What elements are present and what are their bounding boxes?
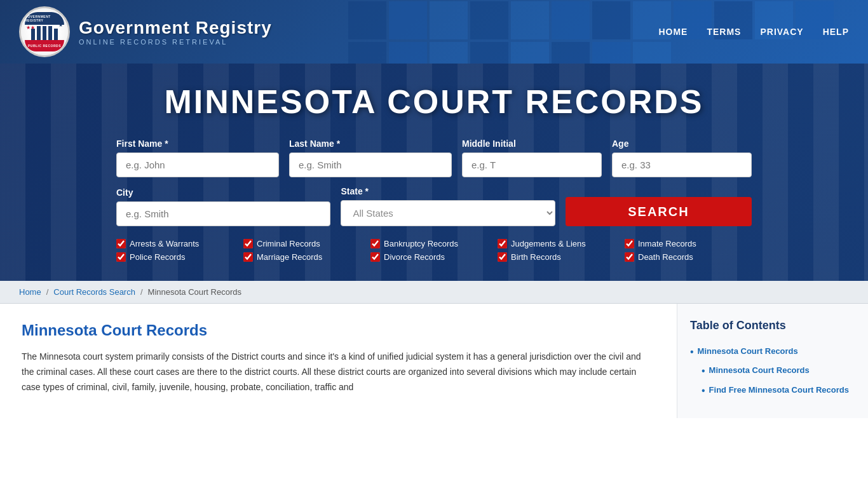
search-form: First Name * Last Name * Middle Initial …	[116, 139, 752, 235]
record-type-checkboxes: Arrests & Warrants Police Records Crimin…	[116, 239, 752, 262]
toc-item-2: • Minnesota Court Records	[690, 364, 855, 378]
middle-initial-group: Middle Initial	[462, 139, 602, 177]
logo-icon: Government Registry Public Records ★★ ★	[19, 6, 70, 57]
checkbox-inmate[interactable]: Inmate Records	[625, 239, 752, 248]
site-subtitle: Online Records Retrieval	[79, 38, 272, 46]
state-select[interactable]: All States Minnesota Alabama Alaska	[341, 200, 555, 226]
breadcrumb-home[interactable]: Home	[19, 287, 41, 297]
breadcrumb-current: Minnesota Court Records	[148, 287, 241, 297]
nav-help[interactable]: HELP	[823, 27, 849, 37]
main-content: Minnesota Court Records The Minnesota co…	[0, 304, 677, 418]
checkbox-col-1: Arrests & Warrants Police Records	[116, 239, 243, 262]
checkbox-col-5: Inmate Records Death Records	[625, 239, 752, 262]
checkbox-bankruptcy-input[interactable]	[370, 239, 380, 248]
age-group: Age	[612, 139, 752, 177]
nav-terms[interactable]: TERMS	[707, 27, 741, 37]
breadcrumb: Home / Court Records Search / Minnesota …	[0, 281, 868, 304]
checkbox-criminal[interactable]: Criminal Records	[243, 239, 370, 248]
checkbox-police[interactable]: Police Records	[116, 252, 243, 262]
toc-link-3[interactable]: Find Free Minnesota Court Records	[709, 384, 849, 396]
sidebar: Table of Contents • Minnesota Court Reco…	[677, 304, 868, 418]
city-group: City	[116, 187, 330, 226]
checkbox-criminal-input[interactable]	[243, 239, 253, 248]
site-header: Government Registry Public Records ★★ ★ …	[0, 0, 868, 64]
toc-list: • Minnesota Court Records • Minnesota Co…	[690, 345, 855, 398]
checkbox-judgements-input[interactable]	[498, 239, 507, 248]
toc-item-1: • Minnesota Court Records	[690, 345, 855, 359]
checkbox-criminal-label: Criminal Records	[257, 239, 320, 248]
breadcrumb-sep-2: /	[140, 287, 143, 297]
checkbox-marriage[interactable]: Marriage Records	[243, 252, 370, 262]
checkbox-arrests-input[interactable]	[116, 239, 126, 248]
checkbox-police-label: Police Records	[130, 252, 185, 262]
middle-initial-input[interactable]	[462, 152, 602, 177]
toc-item-3: • Find Free Minnesota Court Records	[690, 384, 855, 398]
checkbox-divorce-label: Divorce Records	[384, 252, 445, 262]
checkbox-inmate-label: Inmate Records	[638, 239, 696, 248]
checkbox-arrests-label: Arrests & Warrants	[130, 239, 199, 248]
search-button[interactable]: SEARCH	[566, 197, 752, 226]
checkbox-inmate-input[interactable]	[625, 239, 634, 248]
checkbox-judgements[interactable]: Judgements & Liens	[498, 239, 625, 248]
main-body-text: The Minnesota court system primarily con…	[22, 349, 655, 395]
toc-link-1[interactable]: Minnesota Court Records	[698, 345, 798, 358]
checkbox-death-label: Death Records	[638, 252, 693, 262]
toc-link-2[interactable]: Minnesota Court Records	[709, 364, 810, 377]
last-name-label: Last Name *	[289, 139, 452, 149]
checkbox-marriage-input[interactable]	[243, 252, 253, 262]
middle-initial-label: Middle Initial	[462, 139, 602, 149]
site-title: Government Registry	[79, 18, 272, 38]
last-name-input[interactable]	[289, 152, 452, 177]
nav-privacy[interactable]: PRIVACY	[760, 27, 803, 37]
state-group: State * All States Minnesota Alabama Ala…	[341, 186, 555, 226]
city-input[interactable]	[116, 201, 330, 226]
first-name-input[interactable]	[116, 152, 279, 177]
logo-text-area: Government Registry Online Records Retri…	[79, 18, 272, 46]
toc-heading: Table of Contents	[690, 319, 855, 336]
content-area: Minnesota Court Records The Minnesota co…	[0, 304, 868, 418]
main-heading: Minnesota Court Records	[22, 322, 655, 339]
checkbox-police-input[interactable]	[116, 252, 126, 262]
logo-area: Government Registry Public Records ★★ ★ …	[19, 6, 272, 57]
checkbox-birth-input[interactable]	[498, 252, 507, 262]
nav-home[interactable]: HOME	[658, 27, 688, 37]
hero-section: MINNESOTA COURT RECORDS First Name * Las…	[0, 64, 868, 281]
checkbox-col-4: Judgements & Liens Birth Records	[498, 239, 625, 262]
checkbox-bankruptcy-label: Bankruptcy Records	[384, 239, 458, 248]
checkbox-divorce-input[interactable]	[370, 252, 380, 262]
first-name-group: First Name *	[116, 139, 279, 177]
checkbox-col-3: Bankruptcy Records Divorce Records	[370, 239, 498, 262]
first-name-label: First Name *	[116, 139, 279, 149]
checkbox-marriage-label: Marriage Records	[257, 252, 322, 262]
checkbox-col-2: Criminal Records Marriage Records	[243, 239, 370, 262]
checkbox-death-input[interactable]	[625, 252, 634, 262]
checkbox-birth[interactable]: Birth Records	[498, 252, 625, 262]
state-label: State *	[341, 186, 555, 196]
checkbox-death[interactable]: Death Records	[625, 252, 752, 262]
breadcrumb-sep-1: /	[46, 287, 49, 297]
breadcrumb-court-records-search[interactable]: Court Records Search	[53, 287, 135, 297]
checkbox-arrests[interactable]: Arrests & Warrants	[116, 239, 243, 248]
checkbox-divorce[interactable]: Divorce Records	[370, 252, 498, 262]
toc-bullet-3: •	[702, 384, 705, 398]
main-nav: HOME TERMS PRIVACY HELP	[658, 27, 849, 37]
form-row-1: First Name * Last Name * Middle Initial …	[116, 139, 752, 177]
checkbox-bankruptcy[interactable]: Bankruptcy Records	[370, 239, 498, 248]
logo-arc-bottom-text: Public Records	[28, 44, 61, 48]
last-name-group: Last Name *	[289, 139, 452, 177]
hero-title: MINNESOTA COURT RECORDS	[165, 83, 704, 121]
checkbox-birth-label: Birth Records	[511, 252, 561, 262]
toc-bullet-1: •	[690, 345, 694, 359]
toc-bullet-2: •	[702, 364, 705, 378]
checkbox-judgements-label: Judgements & Liens	[511, 239, 586, 248]
logo-arc-top-text: Government Registry	[25, 15, 64, 22]
age-label: Age	[612, 139, 752, 149]
city-label: City	[116, 187, 330, 198]
form-row-2: City State * All States Minnesota Alabam…	[116, 186, 752, 226]
age-input[interactable]	[612, 152, 752, 177]
